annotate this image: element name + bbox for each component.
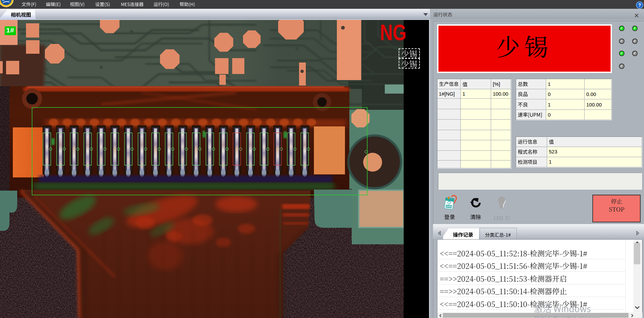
svg-text:?: ? xyxy=(638,2,641,8)
